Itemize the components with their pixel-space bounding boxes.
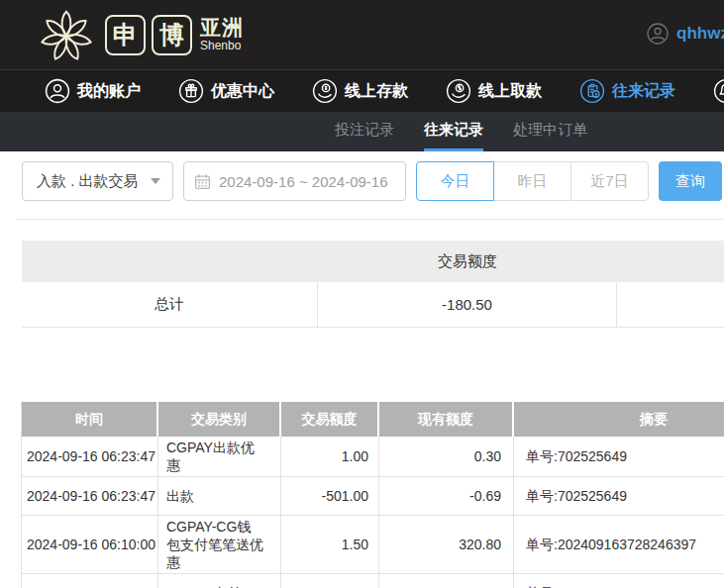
transaction-type-select[interactable]: 入款 . 出款交易: [22, 161, 173, 201]
nav-label: 往来记录: [612, 81, 675, 102]
summary-table: 交易额度 总计 -180.50: [22, 241, 724, 328]
cell-memo: 单号:702525649: [514, 437, 724, 476]
brand-region-label: 亚洲: [200, 17, 244, 39]
tab-pending-orders[interactable]: 处理中订单: [513, 112, 587, 151]
cell-balance: 0.30: [379, 437, 514, 476]
summary-total-label: 总计: [22, 282, 318, 327]
cell-time: 2024-09-16 06:10:00: [22, 516, 158, 573]
user-circle-icon: [647, 23, 669, 45]
deposit-hand-coin-icon: [312, 78, 338, 104]
cell-type: 出款: [158, 477, 281, 515]
last-7-days-button[interactable]: 近7日: [570, 161, 649, 201]
col-header-type: 交易类别: [158, 402, 281, 437]
cell-balance: 319.30: [379, 574, 514, 588]
table-row: 2024-09-16 06:10:00 CGPAY支付 300.00 319.3…: [22, 574, 724, 588]
col-header-memo: 摘要: [514, 402, 724, 437]
bell-icon: [713, 78, 724, 104]
table-row: 2024-09-16 06:23:47 CGPAY出款优惠 1.00 0.30 …: [22, 437, 724, 477]
tab-transaction-records[interactable]: 往来记录: [424, 112, 483, 151]
clipboard-clock-icon: [579, 78, 605, 104]
cell-amount: 300.00: [281, 574, 379, 588]
summary-amount-header: 交易额度: [318, 252, 617, 271]
brand-sub-label: Shenbo: [200, 39, 244, 52]
username-link[interactable]: qhhwz: [676, 24, 724, 44]
yesterday-button[interactable]: 昨日: [493, 161, 571, 201]
cell-memo: 单号:202409163728246397: [514, 574, 724, 588]
cell-memo: 单号:702525649: [514, 477, 724, 515]
calendar-icon: [194, 173, 211, 190]
nav-item-promotions[interactable]: 优惠中心: [178, 78, 274, 104]
cell-type: CGPAY出款优惠: [158, 437, 281, 476]
gift-icon: [178, 78, 204, 104]
brand-char-bo: 博: [152, 15, 192, 55]
cell-amount: 1.50: [281, 516, 379, 573]
filter-row: 入款 . 出款交易 2024-09-16 ~ 2024-09-16 今日 昨日: [22, 161, 724, 201]
nav-label: 我的账户: [77, 81, 141, 102]
flower-logo-icon: [36, 4, 97, 65]
summary-total-empty: [617, 282, 724, 327]
chevron-down-icon: [151, 178, 160, 184]
date-range-input[interactable]: 2024-09-16 ~ 2024-09-16: [183, 161, 406, 201]
col-header-balance: 现有额度: [379, 402, 514, 437]
user-account[interactable]: qhhwz: [647, 23, 724, 45]
nav-label: 线上存款: [345, 81, 408, 102]
cell-balance: -0.69: [379, 477, 514, 515]
cell-type: CGPAY-CG钱包支付笔笔送优惠: [158, 516, 281, 573]
brand-char-shen: 申: [105, 15, 146, 55]
summary-total-row: 总计 -180.50: [22, 282, 724, 328]
nav-item-transaction-records[interactable]: 往来记录: [579, 78, 675, 104]
main-nav: 我的账户 优惠中心: [0, 69, 724, 112]
record-sub-tabs: 投注记录 往来记录 处理中订单: [0, 112, 724, 151]
cell-type: CGPAY支付: [158, 574, 281, 588]
cell-time: 2024-09-16 06:23:47: [22, 477, 158, 515]
search-button[interactable]: 查询: [659, 161, 722, 201]
quick-date-buttons: 今日 昨日 近7日: [416, 161, 649, 201]
withdraw-hand-coin-icon: [446, 78, 471, 104]
top-header: 申 博 亚洲 Shenbo qhhwz: [0, 0, 724, 69]
nav-label: 优惠中心: [211, 81, 274, 102]
cell-time: 2024-09-16 06:23:47: [22, 437, 158, 476]
transaction-records-page: 申 博 亚洲 Shenbo qhhwz: [0, 0, 724, 588]
tab-betting-records[interactable]: 投注记录: [335, 112, 394, 151]
cell-amount: 1.00: [281, 437, 379, 476]
today-button[interactable]: 今日: [416, 161, 494, 201]
nav-item-my-account[interactable]: 我的账户: [45, 78, 141, 104]
table-row: 2024-09-16 06:10:00 CGPAY-CG钱包支付笔笔送优惠 1.…: [22, 516, 724, 574]
nav-item-online-withdraw[interactable]: 线上取款: [446, 78, 542, 104]
cell-balance: 320.80: [379, 516, 514, 573]
nav-item-message-center[interactable]: 信息中心: [713, 78, 724, 104]
col-header-time: 时间: [22, 402, 158, 437]
date-range-value: 2024-09-16 ~ 2024-09-16: [219, 173, 388, 190]
summary-header-row: 交易额度: [22, 241, 724, 282]
table-header-row: 时间 交易类别 交易额度 现有额度 摘要: [22, 402, 724, 437]
summary-total-value: -180.50: [318, 282, 617, 327]
transaction-type-value: 入款 . 出款交易: [37, 172, 139, 191]
cell-memo: 单号:202409163728246397: [514, 516, 724, 573]
table-row: 2024-09-16 06:23:47 出款 -501.00 -0.69 单号:…: [22, 477, 724, 516]
section-divider: [17, 219, 724, 220]
nav-label: 线上取款: [478, 81, 542, 102]
brand-logo[interactable]: 申 博 亚洲 Shenbo: [36, 4, 244, 65]
cell-amount: -501.00: [281, 477, 379, 515]
user-icon: [45, 78, 70, 104]
col-header-amount: 交易额度: [281, 402, 379, 437]
nav-item-online-deposit[interactable]: 线上存款: [312, 78, 408, 104]
transactions-table: 时间 交易类别 交易额度 现有额度 摘要 2024-09-16 06:23:47…: [21, 402, 724, 588]
cell-time: 2024-09-16 06:10:00: [22, 574, 158, 588]
